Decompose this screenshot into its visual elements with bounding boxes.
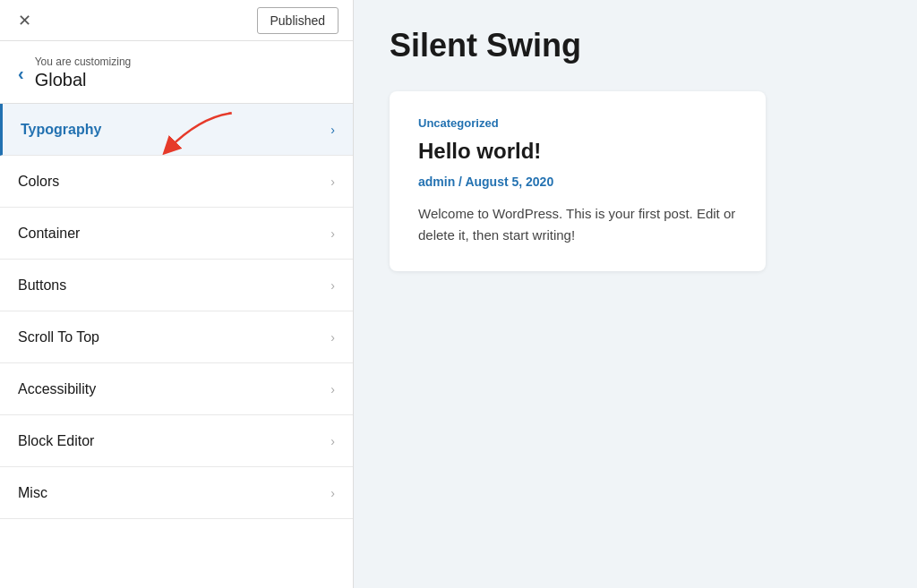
nav-item-container[interactable]: Container ›: [0, 208, 353, 260]
chevron-icon-colors: ›: [330, 175, 335, 189]
nav-item-misc[interactable]: Misc ›: [0, 467, 353, 519]
chevron-icon-scroll-to-top: ›: [330, 330, 335, 345]
chevron-icon-typography: ›: [330, 123, 335, 137]
post-meta: admin / August 5, 2020: [418, 175, 737, 189]
sidebar-top-bar: ✕ Published: [0, 0, 353, 41]
post-category[interactable]: Uncategorized: [418, 116, 737, 130]
post-excerpt: Welcome to WordPress. This is your first…: [418, 203, 737, 246]
nav-item-typography[interactable]: Typography ›: [0, 104, 353, 156]
sidebar-context: ‹ You are customizing Global: [0, 41, 353, 104]
nav-label-block-editor: Block Editor: [18, 433, 94, 449]
nav-item-buttons[interactable]: Buttons ›: [0, 260, 353, 311]
post-title: Hello world!: [418, 139, 737, 164]
chevron-icon-buttons: ›: [330, 278, 335, 293]
page-title: Silent Swing: [390, 27, 881, 64]
post-card: Uncategorized Hello world! admin / Augus…: [390, 91, 766, 271]
main-content: Silent Swing Uncategorized Hello world! …: [354, 0, 917, 588]
nav-item-scroll-to-top[interactable]: Scroll To Top ›: [0, 311, 353, 363]
customizing-label: You are customizing: [35, 55, 132, 68]
section-title: Global: [35, 70, 132, 90]
nav-label-container: Container: [18, 226, 80, 242]
nav-label-typography: Typography: [21, 122, 101, 138]
close-button[interactable]: ✕: [14, 9, 35, 32]
nav-label-colors: Colors: [18, 174, 59, 190]
nav-list: Typography › Colors › Container › Button…: [0, 104, 353, 519]
chevron-icon-misc: ›: [330, 486, 335, 500]
nav-label-scroll-to-top: Scroll To Top: [18, 329, 99, 345]
published-button[interactable]: Published: [257, 7, 339, 34]
nav-label-accessibility: Accessibility: [18, 381, 96, 397]
nav-label-buttons: Buttons: [18, 277, 66, 294]
sidebar: ✕ Published ‹ You are customizing Global…: [0, 0, 354, 588]
back-button[interactable]: ‹: [18, 64, 24, 82]
context-text: You are customizing Global: [35, 55, 132, 90]
chevron-icon-container: ›: [330, 226, 335, 241]
nav-item-colors[interactable]: Colors ›: [0, 156, 353, 208]
nav-label-misc: Misc: [18, 485, 47, 501]
nav-item-block-editor[interactable]: Block Editor ›: [0, 415, 353, 467]
nav-item-accessibility[interactable]: Accessibility ›: [0, 363, 353, 415]
chevron-icon-block-editor: ›: [330, 434, 335, 448]
chevron-icon-accessibility: ›: [330, 382, 335, 396]
